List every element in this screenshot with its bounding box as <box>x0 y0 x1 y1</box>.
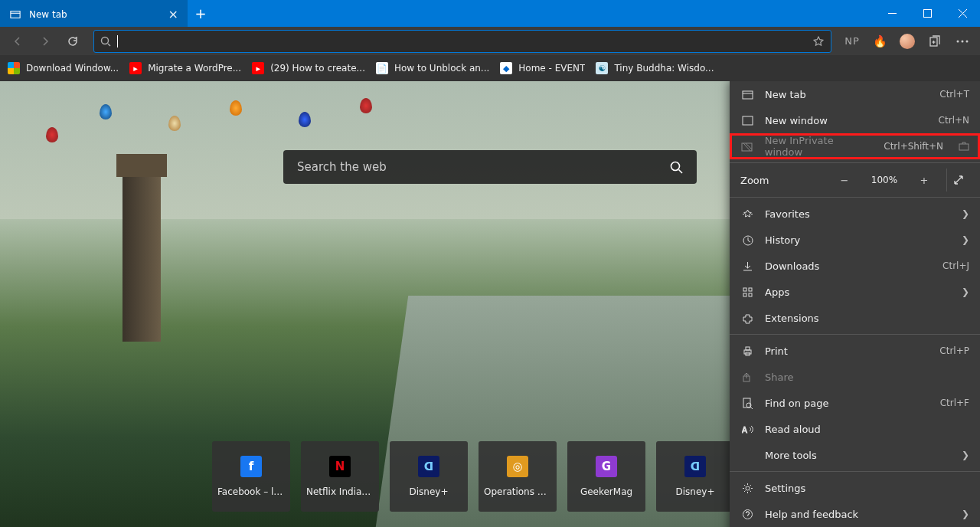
favorites-icon <box>740 208 754 220</box>
new-tab-button[interactable]: + <box>188 0 214 27</box>
tile-label: Operations D... <box>484 486 551 497</box>
svg-rect-0 <box>11 11 20 18</box>
address-bar[interactable] <box>93 30 831 53</box>
zoom-out-button[interactable]: − <box>833 169 856 191</box>
quick-link-tile[interactable]: ◎Operations D... <box>479 441 557 512</box>
balloon-icon <box>230 100 242 116</box>
bookmark-label: Migrate a WordPre... <box>148 63 241 74</box>
balloon-icon <box>360 98 372 113</box>
svg-text:A: A <box>742 426 747 434</box>
favorite-star-icon[interactable] <box>812 35 825 47</box>
bookmark-item[interactable]: ☯Tiny Buddha: Wisdo... <box>596 62 714 74</box>
settings-menu-button[interactable] <box>949 29 975 54</box>
search-icon[interactable] <box>669 160 683 174</box>
chevron-right-icon: ❯ <box>962 208 969 219</box>
menu-label: Help and feedback <box>765 509 858 520</box>
menu-new-window[interactable]: New window Ctrl+N <box>730 107 980 133</box>
menu-extensions[interactable]: Extensions <box>730 305 980 331</box>
menu-label: Downloads <box>765 260 819 272</box>
tab-page-icon <box>9 8 21 21</box>
menu-label: Print <box>765 345 788 357</box>
svg-rect-31 <box>746 347 750 350</box>
profile-avatar[interactable] <box>894 29 920 54</box>
menu-new-tab[interactable]: New tab Ctrl+T <box>730 81 980 107</box>
gear-icon <box>740 483 754 494</box>
svg-rect-27 <box>749 288 752 291</box>
streak-icon[interactable]: 🔥 <box>867 29 893 54</box>
bookmarks-bar: Download Window... ▸Migrate a WordPre...… <box>0 55 980 81</box>
bookmark-item[interactable]: 📄How to Unblock an... <box>376 62 489 74</box>
read-aloud-icon: A <box>740 424 754 435</box>
menu-favorites[interactable]: Favorites ❯ <box>730 201 980 227</box>
quick-link-tile[interactable]: GGeekerMag <box>567 441 645 512</box>
settings-menu: New tab Ctrl+T New window Ctrl+N New InP… <box>730 81 980 527</box>
svg-point-13 <box>966 40 969 42</box>
svg-rect-18 <box>743 116 753 125</box>
menu-more-tools[interactable]: More tools ❯ <box>730 442 980 468</box>
menu-label: New tab <box>765 89 806 100</box>
menu-label: Settings <box>765 483 805 494</box>
menu-label: Find on page <box>765 398 829 409</box>
quick-link-tile[interactable]: ᗡDisney+ <box>390 441 468 512</box>
bookmark-label: Download Window... <box>26 63 119 74</box>
forward-button[interactable] <box>32 29 58 54</box>
fullscreen-button[interactable] <box>946 169 969 191</box>
chevron-right-icon: ❯ <box>962 286 969 297</box>
back-button[interactable] <box>5 29 31 54</box>
title-bar: New tab × + <box>0 0 980 27</box>
quick-link-tile[interactable]: NNetflix India –... <box>301 441 379 512</box>
chevron-right-icon: ❯ <box>962 509 969 519</box>
svg-rect-16 <box>743 91 753 99</box>
tile-label: Disney+ <box>676 486 715 497</box>
svg-rect-3 <box>923 10 931 18</box>
bookmark-item[interactable]: ▸(29) How to create... <box>252 62 365 74</box>
minimize-button[interactable] <box>874 0 910 27</box>
menu-downloads[interactable]: Downloads Ctrl+J <box>730 253 980 279</box>
bookmark-item[interactable]: ▸Migrate a WordPre... <box>129 62 241 74</box>
profile-initials[interactable]: NP <box>839 29 865 54</box>
svg-point-6 <box>102 37 109 44</box>
chevron-right-icon: ❯ <box>962 450 969 460</box>
close-window-button[interactable] <box>945 0 980 27</box>
menu-shortcut: Ctrl+J <box>942 260 969 271</box>
menu-zoom: Zoom − 100% + <box>730 166 980 194</box>
zoom-percent: 100% <box>867 175 902 185</box>
menu-settings[interactable]: Settings <box>730 475 980 501</box>
collections-icon[interactable] <box>922 29 948 54</box>
inprivate-icon <box>740 141 754 152</box>
quick-link-tile[interactable]: fFacebook – lo... <box>212 441 290 512</box>
menu-read-aloud[interactable]: A Read aloud <box>730 416 980 442</box>
menu-label: Extensions <box>765 313 819 324</box>
menu-label: Read aloud <box>765 424 821 435</box>
bookmark-item[interactable]: ◆Home - EVENT <box>500 62 585 74</box>
menu-shortcut: Ctrl+T <box>939 89 969 100</box>
menu-apps[interactable]: Apps ❯ <box>730 279 980 305</box>
svg-rect-26 <box>743 288 746 291</box>
svg-point-38 <box>746 486 750 490</box>
tile-label: Facebook – lo... <box>217 486 285 497</box>
menu-find-on-page[interactable]: Find on page Ctrl+F <box>730 390 980 416</box>
bookmark-label: Tiny Buddha: Wisdo... <box>614 63 714 74</box>
tile-label: Netflix India –... <box>306 486 374 497</box>
menu-help[interactable]: Help and feedback ❯ <box>730 501 980 527</box>
svg-point-12 <box>962 40 964 42</box>
menu-share: Share <box>730 364 980 390</box>
tab-close-button[interactable]: × <box>168 7 178 21</box>
refresh-button[interactable] <box>60 29 86 54</box>
svg-line-15 <box>679 170 683 174</box>
maximize-button[interactable] <box>910 0 945 27</box>
new-window-icon <box>740 115 754 126</box>
menu-shortcut: Ctrl+Shift+N <box>884 141 943 152</box>
tile-label: Disney+ <box>410 486 449 497</box>
bookmark-item[interactable]: Download Window... <box>8 62 119 74</box>
svg-point-14 <box>671 162 680 171</box>
browser-tab[interactable]: New tab × <box>0 0 188 27</box>
zoom-in-button[interactable]: + <box>913 169 936 191</box>
menu-print[interactable]: Print Ctrl+P <box>730 338 980 364</box>
menu-inprivate-window[interactable]: New InPrivate window Ctrl+Shift+N <box>730 133 980 159</box>
web-search-box[interactable]: Search the web <box>283 150 697 184</box>
menu-separator <box>730 162 980 163</box>
quick-link-tile[interactable]: ᗡDisney+ <box>656 441 734 512</box>
share-icon <box>740 372 754 383</box>
menu-history[interactable]: History ❯ <box>730 227 980 253</box>
